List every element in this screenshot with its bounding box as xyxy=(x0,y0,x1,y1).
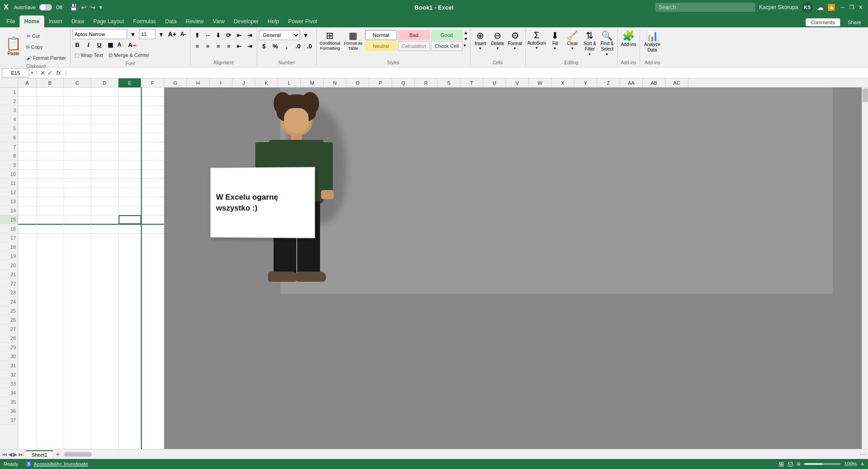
fill-button[interactable]: ⬇ Fill ▾ xyxy=(547,30,563,57)
autosum-expand[interactable]: ▾ xyxy=(536,46,538,50)
row-num-4[interactable]: 4 xyxy=(0,115,18,124)
col-header-H[interactable]: H xyxy=(187,78,210,88)
tab-home[interactable]: Home xyxy=(20,15,44,27)
restore-button[interactable]: ❐ xyxy=(848,4,855,11)
sheet-nav-last[interactable]: ⏭ xyxy=(18,451,24,458)
col-header-J[interactable]: J xyxy=(232,78,255,88)
comma-button[interactable]: , xyxy=(282,41,292,51)
row-num-2[interactable]: 2 xyxy=(0,97,18,106)
row-num-6[interactable]: 6 xyxy=(0,133,18,142)
col-header-O[interactable]: O xyxy=(346,78,369,88)
style-check-cell[interactable]: Check Cell xyxy=(431,41,463,51)
number-format-select[interactable]: General Number Currency Short Date xyxy=(259,30,300,40)
bold-button[interactable]: B xyxy=(72,40,83,50)
row-num-25[interactable]: 25 xyxy=(0,306,18,315)
indent-increase-button[interactable]: ⇥ xyxy=(245,30,255,40)
row-num-8[interactable]: 8 xyxy=(0,151,18,160)
style-neutral[interactable]: Neutral xyxy=(365,41,397,51)
font-color-button[interactable]: A▬ xyxy=(127,40,137,50)
styles-expand-icon[interactable]: ▾ xyxy=(464,43,468,48)
tab-developer[interactable]: Developer xyxy=(229,15,264,27)
add-ins-button[interactable]: 🧩 Add-ins xyxy=(620,30,638,47)
zoom-slider[interactable] xyxy=(804,463,841,465)
row-num-37[interactable]: 37 xyxy=(0,416,18,425)
row-num-1[interactable]: 1 xyxy=(0,88,18,97)
fill-justify-button[interactable]: ≡ xyxy=(224,41,234,51)
align-middle-button[interactable]: ↔ xyxy=(203,30,213,40)
row-num-11[interactable]: 11 xyxy=(0,179,18,188)
border-button[interactable]: ▦ xyxy=(105,40,115,50)
row-num-12[interactable]: 12 xyxy=(0,188,18,197)
sheet-tab-sheet1[interactable]: Sheet1 xyxy=(26,450,53,459)
row-num-22[interactable]: 22 xyxy=(0,279,18,288)
row-num-30[interactable]: 30 xyxy=(0,352,18,361)
accounting-format-button[interactable]: $ xyxy=(259,41,269,51)
formula-input[interactable] xyxy=(69,69,866,77)
clear-expand[interactable]: ▾ xyxy=(571,46,574,51)
increase-font-button[interactable]: A+ xyxy=(167,29,177,39)
copy-button[interactable]: ⎘ Copy xyxy=(24,42,68,52)
three-dots-icon[interactable]: ⋯ xyxy=(858,451,868,458)
styles-scroll-up-icon[interactable]: ▲ xyxy=(464,30,468,35)
decrease-decimal-button[interactable]: .0 xyxy=(305,41,315,51)
col-header-S[interactable]: S xyxy=(438,78,460,88)
style-good[interactable]: Good xyxy=(431,30,463,40)
merge-center-button[interactable]: ⊡ Merge & Center xyxy=(106,50,152,60)
row-num-19[interactable]: 19 xyxy=(0,252,18,261)
scrollbar-thumb-h[interactable] xyxy=(64,452,92,457)
col-header-Z[interactable]: Z xyxy=(597,78,620,88)
search-input[interactable] xyxy=(655,3,755,12)
row-num-26[interactable]: 26 xyxy=(0,315,18,325)
customize-icon[interactable]: ▾ xyxy=(99,4,102,10)
autosum-button[interactable]: Σ AutoSum ▾ xyxy=(527,30,546,57)
find-select-button[interactable]: 🔍 Find &Select ▾ xyxy=(599,30,615,57)
sort-filter-button[interactable]: ⇅ Sort &Filter ▾ xyxy=(582,30,598,57)
col-header-T[interactable]: T xyxy=(460,78,483,88)
format-painter-button[interactable]: 🖌 Format Painter xyxy=(24,53,68,63)
col-header-K[interactable]: K xyxy=(255,78,278,88)
col-header-A[interactable]: A xyxy=(18,78,36,88)
col-header-R[interactable]: R xyxy=(415,78,438,88)
row-num-20[interactable]: 20 xyxy=(0,261,18,270)
col-header-F[interactable]: F xyxy=(141,78,164,88)
row-num-18[interactable]: 18 xyxy=(0,242,18,252)
tab-draw[interactable]: Draw xyxy=(67,15,89,27)
add-sheet-button[interactable]: + xyxy=(53,450,62,459)
font-size-input[interactable] xyxy=(139,29,155,39)
row-num-33[interactable]: 33 xyxy=(0,379,18,388)
tab-help[interactable]: Help xyxy=(263,15,284,27)
insert-button[interactable]: ⊕ Insert ▾ xyxy=(472,30,489,51)
vertical-scrollbar[interactable] xyxy=(862,88,868,449)
style-bad[interactable]: Bad xyxy=(398,30,430,40)
number-format-expand[interactable]: ▾ xyxy=(301,30,311,40)
ribbon-collapse-icon[interactable]: 🔼 xyxy=(827,4,835,11)
accessibility-text[interactable]: Accessibility: Investigate xyxy=(34,461,88,467)
row-num-36[interactable]: 36 xyxy=(0,407,18,416)
col-header-G[interactable]: G xyxy=(164,78,187,88)
style-normal[interactable]: Normal xyxy=(365,30,397,40)
row-num-17[interactable]: 17 xyxy=(0,233,18,242)
cancel-formula-icon[interactable]: ✕ xyxy=(40,69,46,77)
fill-expand[interactable]: ▾ xyxy=(554,46,556,51)
col-header-P[interactable]: P xyxy=(369,78,392,88)
col-header-AA[interactable]: AA xyxy=(620,78,643,88)
scrollbar-thumb-v[interactable] xyxy=(863,88,868,102)
row-num-15[interactable]: 15 xyxy=(0,215,18,224)
sort-filter-expand[interactable]: ▾ xyxy=(589,52,591,57)
user-avatar[interactable]: KS xyxy=(802,2,813,13)
row-num-27[interactable]: 27 xyxy=(0,325,18,334)
underline-button[interactable]: U xyxy=(94,40,104,50)
format-expand[interactable]: ▾ xyxy=(514,46,516,51)
font-size-expand[interactable]: ▾ xyxy=(156,29,166,39)
sheet-nav-next[interactable]: ▶ xyxy=(13,451,17,458)
increase-decimal-button[interactable]: .0 xyxy=(293,41,303,51)
cloud-icon[interactable]: ☁ xyxy=(816,3,824,12)
col-header-Q[interactable]: Q xyxy=(392,78,415,88)
close-button[interactable]: ✕ xyxy=(857,4,864,11)
find-select-expand[interactable]: ▾ xyxy=(606,52,608,57)
row-num-21[interactable]: 21 xyxy=(0,270,18,279)
font-name-expand[interactable]: ▾ xyxy=(128,29,138,39)
row-num-3[interactable]: 3 xyxy=(0,106,18,115)
col-header-AB[interactable]: AB xyxy=(643,78,666,88)
col-header-D[interactable]: D xyxy=(91,78,119,88)
